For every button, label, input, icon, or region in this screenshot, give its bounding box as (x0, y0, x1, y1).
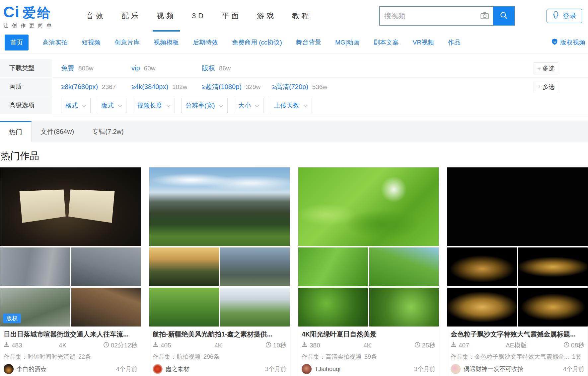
dropdown-format[interactable]: 格式 (61, 98, 91, 113)
nav-item-video[interactable]: 视频 (149, 0, 184, 32)
avatar[interactable] (451, 364, 461, 374)
nav-item-tutorial[interactable]: 教程 (284, 0, 319, 32)
collection-label: 作品集： (302, 353, 326, 361)
nav-item-audio[interactable]: 音效 (78, 0, 113, 32)
nav-item-music[interactable]: 配乐 (113, 0, 149, 32)
thumbnail[interactable] (149, 247, 219, 286)
collection-name[interactable]: 金色粒子飘沙文字特效大气震撼金... (475, 353, 569, 361)
card-meta: 金色粒子飘沙文字特效大气震撼金属标题... 407 AE模版 08秒 作品集： … (447, 327, 588, 376)
subnav-item-short-video[interactable]: 短视频 (82, 38, 101, 47)
card-title[interactable]: 航拍-新疆绝美风光航拍1-鑫之素材提供... (153, 329, 286, 339)
card-title[interactable]: 日出日落城市喧嚣街道交通人来人往车流... (4, 329, 137, 339)
tab-hot[interactable]: 热门 (0, 121, 32, 142)
search-button[interactable] (493, 7, 514, 25)
clock-icon (265, 342, 271, 349)
card-images (298, 167, 439, 327)
main-nav: 音效 配乐 视频 3D 平面 游戏 教程 (78, 0, 319, 32)
multi-select-button[interactable]: + 多选 (534, 81, 558, 93)
video-preview[interactable] (298, 167, 439, 246)
filter-option-count: 2367 (102, 83, 116, 91)
subnav-item-creative-library[interactable]: 创意片库 (114, 38, 140, 47)
tab-albums[interactable]: 专辑(7.2w) (83, 121, 133, 142)
multi-select-button[interactable]: + 多选 (534, 62, 558, 74)
avatar[interactable] (302, 364, 312, 374)
filter-option-link[interactable]: ≥8k(7680px) (61, 83, 98, 91)
qq-icon (552, 11, 559, 21)
filter-option-link[interactable]: ≥4k(3840px) (131, 83, 168, 91)
filter-label: 高级选项 (0, 96, 52, 115)
video-preview[interactable] (149, 167, 290, 246)
collection-name[interactable]: 航拍视频 (177, 353, 200, 361)
quality-label: 4K (22, 342, 103, 349)
dropdown-video-length[interactable]: 视频长度 (133, 98, 175, 113)
subnav-item-post-effects[interactable]: 后期特效 (193, 38, 218, 47)
subnav-item-script-copy[interactable]: 剧本文案 (373, 38, 399, 47)
thumbnail[interactable] (0, 247, 70, 286)
thumbnail[interactable] (149, 288, 219, 327)
card-title[interactable]: 4K阳光绿叶夏日自然美景 (302, 329, 435, 339)
thumbnail[interactable] (369, 247, 439, 286)
subnav-item-works[interactable]: 作品 (448, 38, 461, 47)
subnav-item-mg-animation[interactable]: MG|动画 (335, 38, 360, 47)
collection-name[interactable]: 高清实拍视频 (326, 353, 361, 361)
nav-item-graphic[interactable]: 平面 (214, 0, 249, 32)
dropdown-size[interactable]: 大小 (234, 98, 263, 113)
thumbnail[interactable] (447, 288, 517, 327)
video-card: 金色粒子飘沙文字特效大气震撼金属标题... 407 AE模版 08秒 作品集： … (447, 167, 588, 376)
thumbnail[interactable] (369, 288, 439, 327)
subnav-item-vr-video[interactable]: VR视频 (412, 38, 434, 47)
filter-option-copyright: 版权 86w (202, 64, 272, 73)
clock-icon (563, 342, 569, 349)
thumbnail[interactable] (298, 288, 368, 327)
author-name[interactable]: 偶遇财神一发不可收拾 (464, 365, 563, 373)
thumbnail[interactable] (518, 288, 588, 327)
thumbnail[interactable] (447, 247, 517, 286)
collection-count: 69条 (364, 353, 377, 361)
filter-option-link[interactable]: vip (131, 64, 140, 72)
author-name[interactable]: 鑫之素材 (166, 365, 265, 373)
thumbnail[interactable] (518, 247, 588, 286)
subnav-item-hd-footage[interactable]: 高清实拍 (42, 38, 68, 47)
filter-label: 下载类型 (0, 59, 52, 78)
video-preview[interactable] (447, 167, 588, 246)
section-title: 热门作品 (1, 149, 588, 163)
download-icon (451, 342, 456, 349)
subnav: 首页 高清实拍 短视频 创意片库 视频模板 后期特效 免费商用 (cc协议) 舞… (0, 32, 588, 53)
plus-icon: + (537, 65, 541, 72)
tab-files[interactable]: 文件(864w) (32, 121, 83, 142)
thumbnail[interactable] (298, 247, 368, 286)
subnav-item-cc-free[interactable]: 免费商用 (cc协议) (232, 38, 282, 47)
logo[interactable]: Ci 爱给 让创作更简单 (3, 3, 55, 29)
avatar[interactable] (4, 364, 14, 374)
plus-icon: + (537, 83, 541, 91)
dropdown-upload-days[interactable]: 上传天数 (270, 98, 312, 113)
subnav-item-home[interactable]: 首页 (5, 35, 29, 50)
author-name[interactable]: TJaihouqi (315, 366, 414, 373)
thumbnail[interactable] (220, 288, 290, 327)
thumbnail[interactable] (220, 247, 290, 286)
clock-icon (414, 342, 420, 349)
nav-item-game[interactable]: 游戏 (249, 0, 284, 32)
dropdown-layout[interactable]: 版式 (97, 98, 126, 113)
avatar[interactable] (153, 364, 163, 374)
filter-option-count: 329w (246, 83, 260, 91)
filter-option-link[interactable]: ≥超清(1080p) (202, 82, 242, 91)
login-button[interactable]: 登录 (547, 9, 582, 23)
tabbar: 热门 文件(864w) 专辑(7.2w) (0, 121, 588, 142)
filter-option-link[interactable]: 版权 (202, 64, 215, 73)
author-name[interactable]: 李白的酒壶 (17, 365, 116, 373)
camera-icon[interactable] (480, 7, 493, 25)
subnav-item-video-template[interactable]: 视频模板 (154, 38, 179, 47)
collection-name[interactable]: 时钟时间时光流逝 (28, 353, 75, 361)
card-title[interactable]: 金色粒子飘沙文字特效大气震撼金属标题... (451, 329, 584, 339)
subnav-item-copyright-video[interactable]: C 版权视频 (551, 38, 585, 47)
subnav-item-stage-background[interactable]: 舞台背景 (296, 38, 321, 47)
search-input[interactable] (380, 7, 480, 25)
dropdown-resolution[interactable]: 分辨率(宽) (181, 98, 228, 113)
nav-item-3d[interactable]: 3D (184, 0, 214, 32)
thumbnail[interactable] (71, 247, 141, 286)
filter-option-link[interactable]: ≥高清(720p) (272, 82, 308, 91)
video-preview[interactable] (0, 167, 141, 246)
filter-option-link[interactable]: 免费 (61, 64, 74, 73)
thumbnail[interactable] (71, 288, 141, 327)
